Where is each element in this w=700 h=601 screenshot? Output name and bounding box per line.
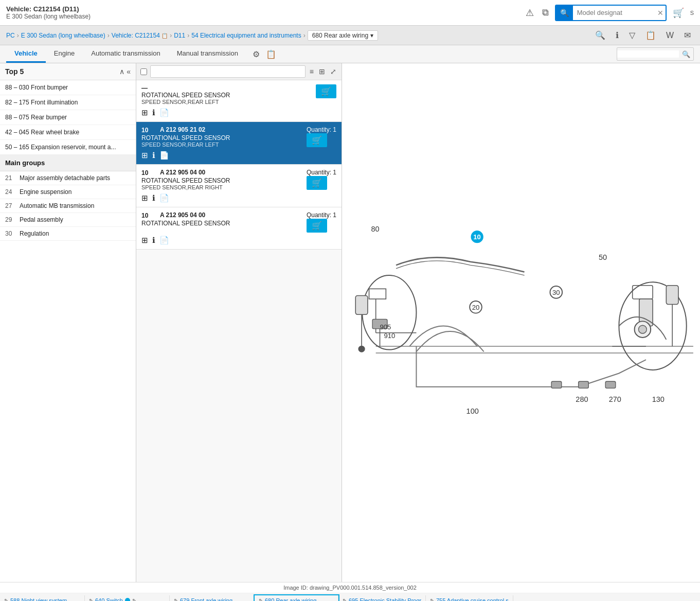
tab-automatic-transmission[interactable]: Automatic transmission: [83, 45, 168, 63]
part-item-2[interactable]: 10 A 212 905 04 00 ROTATIONAL SPEED SENS…: [136, 165, 342, 207]
tab-vehicle[interactable]: Vehicle: [6, 45, 46, 63]
part-grid-icon-3[interactable]: ⊞: [141, 236, 148, 245]
breadcrumb-electrical[interactable]: 54 Electrical equipment and instruments: [191, 32, 301, 39]
part-item-2-header: 10 A 212 905 04 00 ROTATIONAL SPEED SENS…: [141, 169, 336, 190]
diagram-area[interactable]: 10 20 30 50 80 100: [342, 63, 700, 582]
tab-manual-transmission[interactable]: Manual transmission: [169, 45, 246, 63]
breadcrumb-vehicle-model[interactable]: E 300 Sedan (long wheelbase): [21, 32, 105, 39]
main-group-21[interactable]: 21 Major assembly detachable parts: [0, 171, 136, 185]
wis-btn[interactable]: W: [663, 29, 677, 42]
main-group-24[interactable]: 24 Engine suspension: [0, 185, 136, 199]
thumbnail-edit-icon-695[interactable]: ✎: [343, 598, 347, 602]
top5-item-4[interactable]: 50 – 165 Expansion reservoir, mount a...: [0, 140, 136, 155]
breadcrumb-current-section[interactable]: 680 Rear axle wiring ▾: [308, 30, 378, 41]
copy-button[interactable]: ⧉: [540, 5, 551, 20]
top5-collapse-icon[interactable]: «: [127, 67, 131, 76]
tab-search-input[interactable]: [617, 50, 679, 58]
thumbnail-edit-icon-679[interactable]: ✎: [174, 598, 178, 602]
tab-search-button[interactable]: 🔍: [679, 50, 693, 58]
report-btn[interactable]: 📋: [642, 29, 659, 42]
top5-expand-icon[interactable]: ∧: [119, 67, 124, 76]
add-to-cart-0[interactable]: 🛒: [316, 84, 336, 98]
model-search-input[interactable]: [573, 9, 655, 16]
part-grid-icon-2[interactable]: ⊞: [141, 193, 148, 203]
header-actions: ⚠ ⧉ 🔍 ✕ 🛒 S: [524, 5, 694, 21]
svg-text:130: 130: [652, 395, 665, 403]
main-group-29[interactable]: 29 Pedal assembly: [0, 213, 136, 227]
svg-text:20: 20: [472, 304, 480, 311]
part-wis-icon-0[interactable]: 📄: [159, 108, 169, 117]
part-item-3[interactable]: 10 A 212 905 04 00 ROTATIONAL SPEED SENS…: [136, 207, 342, 250]
thumbnail-640[interactable]: ✎ 640 Switch ✎: [85, 595, 170, 601]
group-num-30: 30: [5, 230, 20, 237]
add-to-cart-3[interactable]: 🛒: [307, 219, 327, 233]
grid-view-btn[interactable]: ⊞: [318, 66, 326, 77]
part-grid-icon-0[interactable]: ⊞: [141, 108, 148, 117]
breadcrumb: PC › E 300 Sedan (long wheelbase) › Vehi…: [0, 26, 700, 45]
add-to-cart-2[interactable]: 🛒: [307, 176, 327, 190]
top5-item-2[interactable]: 88 – 075 Rear bumper: [0, 110, 136, 125]
thumbnail-edit-icon-680[interactable]: ✎: [259, 598, 263, 602]
part-info-icon-0[interactable]: ℹ: [152, 108, 155, 117]
thumbnail-edit-icon-588[interactable]: ✎: [4, 598, 8, 602]
tab-list-icon[interactable]: 📋: [264, 47, 278, 61]
part-name-0: ROTATIONAL SPEED SENSOR: [141, 92, 230, 99]
thumbnail-680[interactable]: ✎ 680 Rear axle wiring: [255, 595, 338, 601]
part-name-1: ROTATIONAL SPEED SENSOR: [141, 134, 230, 142]
part-info-icon-3[interactable]: ℹ: [152, 236, 155, 245]
main-group-30[interactable]: 30 Regulation: [0, 227, 136, 241]
thumbnail-679[interactable]: ✎ 679 Front axle wiring: [170, 595, 255, 601]
part-qty-2: Quantity: 1: [307, 169, 336, 176]
select-all-checkbox[interactable]: [140, 68, 147, 75]
list-view-btn[interactable]: ≡: [309, 66, 315, 77]
part-info-icon-1[interactable]: ℹ: [152, 151, 155, 160]
part-info-icon-2[interactable]: ℹ: [152, 193, 155, 203]
top5-item-3[interactable]: 42 – 045 Rear wheel brake: [0, 125, 136, 140]
thumbnail-695[interactable]: ✎ 695 Electronic Stability Program (ESP®…: [338, 595, 426, 601]
svg-text:10: 10: [473, 233, 481, 241]
svg-text:280: 280: [576, 395, 588, 403]
svg-point-23: [638, 325, 647, 333]
add-to-cart-1[interactable]: 🛒: [307, 133, 327, 147]
thumbnail-edit-icon-755[interactable]: ✎: [430, 598, 434, 602]
info-btn[interactable]: ℹ: [613, 29, 622, 42]
breadcrumb-vehicle-id[interactable]: Vehicle: C212154 📋: [112, 32, 168, 39]
left-panel: Top 5 ∧ « 88 – 030 Front bumper 82 – 175…: [0, 63, 136, 582]
model-search-clear[interactable]: ✕: [655, 9, 666, 17]
thumbnail-edit-icon-640[interactable]: ✎: [89, 598, 93, 602]
breadcrumb-dropdown-icon: ▾: [370, 32, 373, 39]
part-wis-icon-3[interactable]: 📄: [159, 236, 169, 245]
thumbnail-588[interactable]: ✎ 588 Night view system: [0, 595, 85, 601]
image-id-text: Image ID: drawing_PV000.001.514.858_vers…: [283, 585, 417, 591]
part-wis-icon-1[interactable]: 📄: [159, 151, 169, 160]
top5-header: Top 5 ∧ «: [0, 63, 136, 80]
part-item-0[interactable]: — ROTATIONAL SPEED SENSOR SPEED SENSOR,R…: [136, 80, 342, 122]
tab-engine[interactable]: Engine: [46, 45, 83, 63]
thumbnail-edit2-icon-640[interactable]: ✎: [132, 598, 136, 602]
part-wis-icon-2[interactable]: 📄: [159, 193, 169, 203]
top5-item-0[interactable]: 88 – 030 Front bumper: [0, 80, 136, 95]
thumbnail-755[interactable]: ✎ 755 Adaptive cruise control system: [426, 595, 513, 601]
breadcrumb-d11[interactable]: D11: [174, 32, 185, 39]
middle-toolbar: ≡ ⊞ ⤢: [136, 63, 342, 80]
main-group-27[interactable]: 27 Automatic MB transmission: [0, 199, 136, 213]
header-vehicle-info: Vehicle: C212154 (D11) E 300 Sedan (long…: [6, 5, 91, 20]
warning-button[interactable]: ⚠: [524, 5, 536, 21]
part-item-1[interactable]: 10 A 212 905 21 02 ROTATIONAL SPEED SENS…: [136, 122, 342, 165]
tab-settings-icon[interactable]: ⚙: [250, 47, 262, 61]
top5-item-1[interactable]: 82 – 175 Front illumination: [0, 95, 136, 110]
expand-view-btn[interactable]: ⤢: [329, 66, 337, 77]
svg-rect-33: [666, 286, 678, 305]
breadcrumb-pc[interactable]: PC: [6, 32, 15, 39]
part-pos-2: 10: [141, 169, 156, 176]
vehicle-name: E 300 Sedan (long wheelbase): [6, 13, 91, 20]
email-btn[interactable]: ✉: [681, 29, 694, 42]
zoom-in-btn[interactable]: 🔍: [592, 29, 608, 42]
cart-button[interactable]: 🛒: [671, 5, 686, 21]
part-grid-icon-1[interactable]: ⊞: [141, 151, 148, 160]
filter-btn[interactable]: ▽: [626, 29, 638, 42]
parts-search-input[interactable]: [150, 65, 306, 78]
part-actions-3: ⊞ ℹ 📄: [141, 236, 336, 245]
model-search-button[interactable]: 🔍: [556, 6, 573, 20]
part-qty-1: Quantity: 1: [307, 126, 336, 133]
